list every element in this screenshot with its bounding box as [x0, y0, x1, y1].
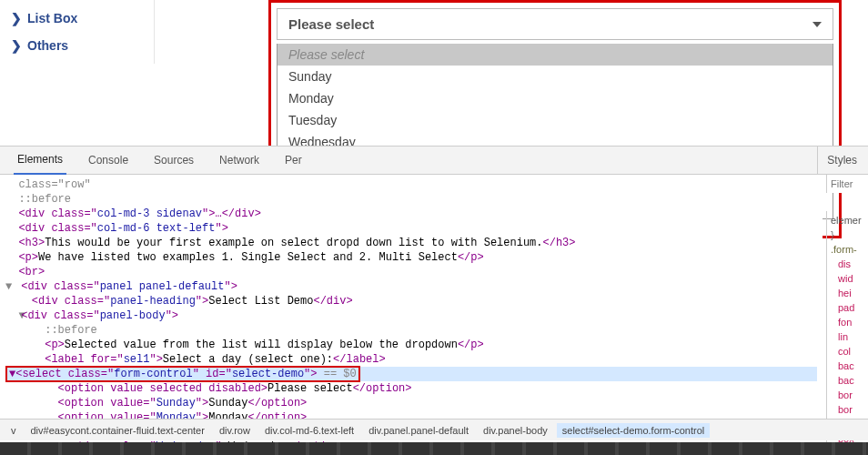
- tab-elements[interactable]: Elements: [14, 146, 66, 175]
- option-placeholder[interactable]: Please select: [278, 44, 833, 66]
- dom-tree[interactable]: class="row" ::before <div class="col-md-…: [0, 175, 823, 455]
- select-placeholder: Please select: [288, 16, 374, 32]
- crumb[interactable]: div#easycont.container-fluid.text-center: [25, 423, 210, 438]
- breadcrumb: v div#easycont.container-fluid.text-cent…: [0, 419, 868, 440]
- chevron-right-icon: ❯: [11, 11, 22, 25]
- tab-sources[interactable]: Sources: [150, 147, 197, 174]
- sidebar-item-others[interactable]: ❯ Others: [9, 32, 145, 59]
- styles-panel: elemer } .form- dis wid hei pad fon lin …: [826, 211, 868, 448]
- crumb[interactable]: v: [5, 423, 22, 438]
- devtools-toolbar: Elements Console Sources Network Per Sty…: [0, 146, 868, 175]
- crumb-selected[interactable]: select#select-demo.form-control: [557, 423, 711, 438]
- crumb[interactable]: div.col-md-6.text-left: [259, 423, 359, 438]
- dom-selected-node[interactable]: ▼<select class="form-control" id="select…: [5, 367, 817, 381]
- sidebar-item-label: Others: [27, 38, 68, 53]
- option-monday[interactable]: Monday: [278, 87, 833, 109]
- os-taskbar: [0, 442, 868, 455]
- sidebar-item-listbox[interactable]: ❯ List Box: [9, 5, 145, 32]
- option-sunday[interactable]: Sunday: [278, 66, 833, 87]
- crumb[interactable]: div.panel.panel-default: [363, 423, 474, 438]
- crumb[interactable]: div.panel-body: [478, 423, 553, 438]
- select-box[interactable]: Please select: [277, 8, 833, 40]
- tab-performance[interactable]: Per: [281, 147, 306, 174]
- sidebar-item-label: List Box: [27, 11, 77, 25]
- crumb[interactable]: div.row: [214, 423, 256, 438]
- sidebar: ❯ List Box ❯ Others: [0, 0, 155, 64]
- option-tuesday[interactable]: Tuesday: [278, 109, 833, 131]
- tab-styles[interactable]: Styles: [817, 147, 861, 174]
- styles-filter[interactable]: Filter: [826, 175, 868, 193]
- chevron-right-icon: ❯: [11, 38, 22, 53]
- caret-down-icon: [812, 22, 822, 27]
- tab-console[interactable]: Console: [85, 147, 132, 174]
- tab-network[interactable]: Network: [216, 147, 263, 174]
